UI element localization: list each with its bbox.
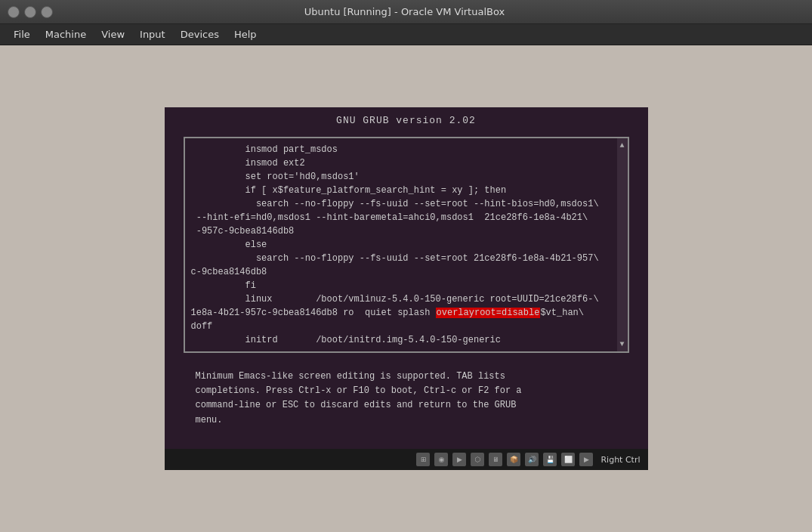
menu-file[interactable]: File <box>6 26 38 43</box>
menu-view[interactable]: View <box>94 26 132 43</box>
status-icon-3: ▶ <box>452 453 466 466</box>
cmd-line: else <box>191 238 611 252</box>
status-icon-5: 🖥 <box>489 453 502 466</box>
cmd-line: search --no-floppy --fs-uuid --set=root … <box>191 252 611 265</box>
cmd-line: linux /boot/vmlinuz-5.4.0-150-generic ro… <box>191 292 611 306</box>
status-icon-6: 📦 <box>507 453 520 466</box>
cmd-line: insmod ext2 <box>191 156 611 170</box>
status-icon-10: ▶ <box>579 453 593 466</box>
vm-window: GNU GRUB version 2.02 insmod part_msdos … <box>165 107 648 470</box>
cmd-line: --hint-efi=hd0,msdos1 --hint-baremetal=a… <box>191 211 611 224</box>
window-title: Ubuntu [Running] - Oracle VM VirtualBox <box>53 6 756 17</box>
grub-command-content: insmod part_msdos insmod ext2 set root='… <box>191 143 622 347</box>
menubar: File Machine View Input Devices Help <box>0 24 812 45</box>
grub-screen: GNU GRUB version 2.02 insmod part_msdos … <box>165 107 648 449</box>
scroll-down-arrow[interactable]: ▼ <box>619 339 624 350</box>
status-icon-1: ⊞ <box>416 453 430 466</box>
close-button[interactable]: ✕ <box>41 6 53 18</box>
status-icon-8: 💾 <box>543 453 557 466</box>
grub-title: GNU GRUB version 2.02 <box>336 115 476 126</box>
vm-statusbar: ⊞ ◉ ▶ ⬡ 🖥 📦 🔊 💾 ⬜ ▶ Right Ctrl <box>165 449 648 470</box>
grub-info-box: Minimum Emacs-like screen editing is sup… <box>184 360 629 437</box>
cmd-line-highlight-row: 1e8a-4b21-957c-9cbea8146db8 ro quiet spl… <box>191 306 611 320</box>
menu-input[interactable]: Input <box>132 26 173 43</box>
status-icon-7: 🔊 <box>525 453 539 466</box>
info-line-2: completions. Press Ctrl-x or F10 to boot… <box>196 384 617 398</box>
right-ctrl-label: Right Ctrl <box>601 455 640 465</box>
titlebar: – □ ✕ Ubuntu [Running] - Oracle VM Virtu… <box>0 0 812 24</box>
cmd-line: -957c-9cbea8146db8 <box>191 224 611 238</box>
maximize-button[interactable]: □ <box>24 6 36 18</box>
status-icon-2: ◉ <box>434 453 448 466</box>
menu-machine[interactable]: Machine <box>38 26 94 43</box>
status-icon-4: ⬡ <box>471 453 484 466</box>
cmd-line: if [ x$feature_platform_search_hint = xy… <box>191 184 611 197</box>
status-icon-9: ⬜ <box>561 453 575 466</box>
cmd-line: insmod part_msdos <box>191 143 611 156</box>
grub-command-box: insmod part_msdos insmod ext2 set root='… <box>184 137 629 353</box>
highlighted-text: overlayroot=disable <box>436 308 541 318</box>
info-line-4: menu. <box>196 413 617 428</box>
scrollbar[interactable]: ▲ ▼ <box>617 138 628 351</box>
menu-devices[interactable]: Devices <box>173 26 227 43</box>
info-line-1: Minimum Emacs-like screen editing is sup… <box>196 370 617 384</box>
cmd-line: fi <box>191 279 611 292</box>
info-line-3: command-line or ESC to discard edits and… <box>196 398 617 413</box>
menu-help[interactable]: Help <box>227 26 264 43</box>
minimize-button[interactable]: – <box>8 6 20 18</box>
cmd-line: c-9cbea8146db8 <box>191 265 611 279</box>
cmd-line: doff <box>191 320 611 333</box>
vm-content-area: GNU GRUB version 2.02 insmod part_msdos … <box>0 45 812 532</box>
cmd-line: set root='hd0,msdos1' <box>191 170 611 184</box>
cmd-line: initrd /boot/initrd.img-5.4.0-150-generi… <box>191 333 611 347</box>
scroll-up-arrow[interactable]: ▲ <box>619 140 624 151</box>
titlebar-controls[interactable]: – □ ✕ <box>8 6 53 18</box>
cmd-line: search --no-floppy --fs-uuid --set=root … <box>191 197 611 211</box>
